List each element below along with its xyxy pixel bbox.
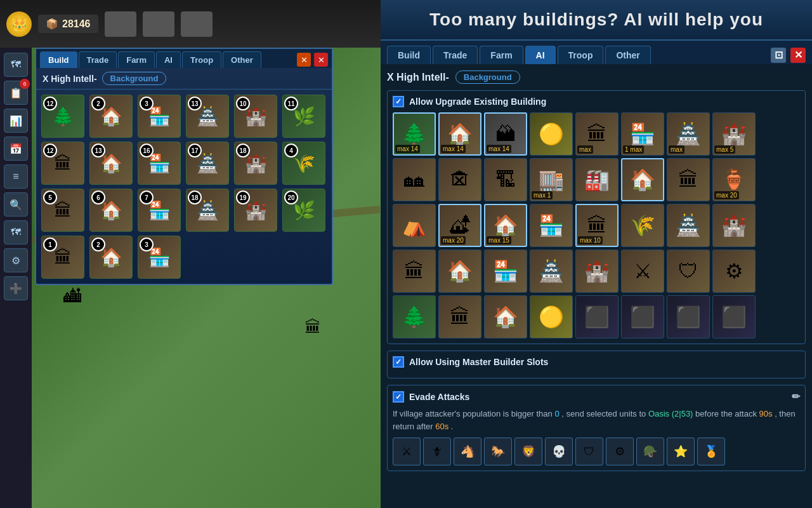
sidebar-item-8[interactable]: ➕ — [4, 276, 28, 300]
panel-building-5[interactable]: 5 🏛 — [41, 189, 84, 232]
building-cell-r3c5[interactable]: 🏛 max 10 — [575, 204, 619, 247]
panel-building-20[interactable]: 20 🌿 — [282, 189, 325, 232]
panel-building-4[interactable]: 4 🌾 — [282, 142, 325, 185]
building-cell-r5c2[interactable]: 🏛 — [438, 295, 481, 338]
troop-icon-10[interactable]: 🏅 — [697, 438, 725, 465]
building-cell-r1c8[interactable]: 🏰 max 5 — [712, 112, 756, 156]
building-cell-r3c2[interactable]: 🏕 max 20 — [438, 204, 481, 247]
building-cell-r3c6[interactable]: 🌾 — [621, 204, 664, 247]
panel-building-3b[interactable]: 3 🏪 — [138, 236, 181, 279]
panel-building-17[interactable]: 17 🏯 — [186, 142, 229, 185]
panel-building-13[interactable]: 13 🏯 — [186, 95, 229, 138]
panel-building-2[interactable]: 2 🏠 — [89, 95, 133, 138]
building-cell-r2c7[interactable]: 🏛 — [667, 158, 710, 201]
minimize-button[interactable]: ⊡ — [771, 48, 786, 63]
sidebar-item-1[interactable]: 📋 6 — [4, 81, 28, 105]
troop-icon-2[interactable]: 🐴 — [454, 438, 481, 465]
building-cell-r1c5[interactable]: 🏛 max — [575, 112, 619, 156]
panel-building-11[interactable]: 11 🌿 — [282, 95, 325, 138]
building-cell-r4c3[interactable]: 🏪 — [484, 250, 527, 293]
building-cell-r5c7[interactable]: ⬛ — [667, 295, 710, 338]
panel-tab-farm[interactable]: Farm — [118, 51, 155, 68]
building-cell-r5c4[interactable]: 🟡 — [530, 295, 573, 338]
master-builder-checkbox[interactable]: ✓ — [393, 356, 404, 368]
building-cell-r2c3[interactable]: 🏗 — [484, 158, 527, 201]
building-cell-r3c4[interactable]: 🏪 — [530, 204, 573, 247]
sidebar-item-7[interactable]: ⚙ — [4, 248, 28, 272]
troop-icon-6[interactable]: 🛡 — [575, 438, 603, 465]
building-cell-r4c1[interactable]: 🏛 — [393, 250, 436, 293]
tab-build[interactable]: Build — [387, 46, 431, 64]
map-thumbnail1[interactable] — [105, 11, 136, 37]
building-cell-r4c5[interactable]: 🏰 — [575, 250, 619, 293]
troop-icon-3[interactable]: 🐎 — [484, 438, 512, 465]
building-cell-r5c3[interactable]: 🏠 — [484, 295, 527, 338]
panel-building-3[interactable]: 3 🏪 — [138, 95, 181, 138]
tab-trade[interactable]: Trade — [433, 46, 478, 64]
building-cell-r4c8[interactable]: ⚙ — [712, 250, 756, 293]
building-cell-r2c4[interactable]: 🏬 max 1 — [530, 158, 573, 201]
building-cell-r5c5[interactable]: ⬛ — [575, 295, 619, 338]
sidebar-item-0[interactable]: 🗺 — [4, 53, 28, 77]
building-cell-r4c7[interactable]: 🛡 — [667, 250, 710, 293]
panel-building-2b[interactable]: 2 🏠 — [89, 236, 133, 279]
building-cell-r2c8[interactable]: 🏺 max 20 — [712, 158, 756, 201]
troop-icon-4[interactable]: 🦁 — [514, 438, 542, 465]
sidebar-item-6[interactable]: 🗺 — [4, 220, 28, 244]
evade-edit-icon[interactable]: ✏ — [792, 391, 800, 403]
building-cell-r5c1[interactable]: 🌲 — [393, 295, 436, 338]
building-cell-r2c6[interactable]: 🏠 — [621, 158, 664, 201]
map-thumbnail3[interactable] — [181, 11, 213, 37]
panel-background-badge[interactable]: Background — [102, 72, 167, 85]
map-thumbnail2[interactable] — [143, 11, 174, 37]
building-cell-r3c8[interactable]: 🏰 — [712, 204, 756, 247]
panel-tab-build[interactable]: Build — [40, 51, 77, 68]
building-cell-r1c4[interactable]: 🟡 — [530, 112, 573, 156]
building-cell-r1c3[interactable]: 🏔 max 14 — [484, 112, 527, 156]
troop-icon-9[interactable]: ⭐ — [667, 438, 695, 465]
panel-building-18b[interactable]: 18 🏯 — [186, 189, 229, 232]
panel-cancel-icon[interactable]: ✕ — [297, 53, 311, 67]
panel-building-12[interactable]: 12 🌲 — [41, 95, 84, 138]
troop-icon-0[interactable]: ⚔ — [393, 438, 421, 465]
panel-tab-troop[interactable]: Troop — [182, 51, 221, 68]
building-cell-r5c8[interactable]: ⬛ — [712, 295, 756, 338]
sidebar-item-3[interactable]: 📅 — [4, 137, 28, 161]
building-cell-r4c6[interactable]: ⚔ — [621, 250, 664, 293]
sidebar-item-5[interactable]: 🔍 — [4, 192, 28, 217]
building-cell-r1c1[interactable]: 🌲 max 14 — [393, 112, 436, 156]
panel-building-12b[interactable]: 12 🏛 — [41, 142, 84, 185]
tab-ai[interactable]: AI — [525, 46, 556, 64]
sidebar-item-2[interactable]: 📊 — [4, 109, 28, 133]
building-cell-r1c6[interactable]: 🏪 1 max — [621, 112, 664, 156]
panel-building-6[interactable]: 6 🏠 — [89, 189, 133, 232]
tab-other[interactable]: Other — [605, 46, 650, 64]
building-cell-r1c7[interactable]: 🏯 max — [667, 112, 710, 156]
panel-building-19[interactable]: 19 🏰 — [234, 189, 277, 232]
troop-icon-5[interactable]: 💀 — [545, 438, 573, 465]
background-badge[interactable]: Background — [455, 70, 520, 84]
sidebar-item-4[interactable]: ≡ — [4, 164, 28, 189]
panel-tab-trade[interactable]: Trade — [79, 51, 117, 68]
panel-close-button[interactable]: ✕ — [314, 53, 328, 67]
building-cell-r2c1[interactable]: 🏘 — [393, 158, 436, 201]
building-cell-r4c2[interactable]: 🏠 — [438, 250, 481, 293]
close-button[interactable]: ✕ — [790, 48, 806, 63]
tab-troop[interactable]: Troop — [558, 46, 604, 64]
panel-building-1[interactable]: 1 🏛 — [41, 236, 84, 279]
troop-icon-7[interactable]: ⚙ — [606, 438, 634, 465]
tab-farm[interactable]: Farm — [480, 46, 523, 64]
building-cell-r5c6[interactable]: ⬛ — [621, 295, 664, 338]
troop-icon-1[interactable]: 🗡 — [423, 438, 451, 465]
building-cell-r3c1[interactable]: ⛺ — [393, 204, 436, 247]
building-cell-r2c5[interactable]: 🏭 — [575, 158, 619, 201]
panel-tab-other[interactable]: Other — [223, 51, 261, 68]
building-cell-r2c2[interactable]: 🏚 — [438, 158, 481, 201]
evade-checkbox[interactable]: ✓ — [393, 391, 404, 403]
panel-building-16[interactable]: 16 🏪 — [138, 142, 181, 185]
panel-building-13b[interactable]: 13 🏠 — [89, 142, 133, 185]
panel-building-10[interactable]: 10 🏰 — [234, 95, 277, 138]
building-cell-r4c4[interactable]: 🏯 — [530, 250, 573, 293]
building-cell-r1c2[interactable]: 🏠 max 14 — [438, 112, 481, 156]
upgrade-checkbox[interactable]: ✓ — [393, 96, 404, 107]
